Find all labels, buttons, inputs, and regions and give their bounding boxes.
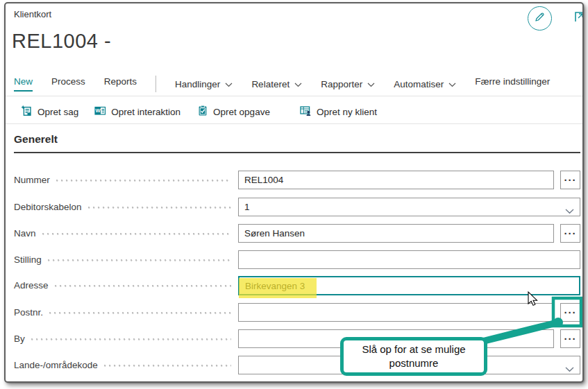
postnr-lookup-button[interactable]: ··· (560, 303, 580, 322)
tab-reports[interactable]: Reports (104, 76, 137, 92)
field-label: By (14, 334, 25, 344)
chevron-down-icon (294, 79, 302, 89)
chevron-down-icon (367, 79, 375, 89)
dotted-leader (42, 227, 231, 239)
chevron-down-icon (448, 79, 456, 89)
menu-rapporter[interactable]: Rapporter (321, 79, 375, 89)
menu-separator (156, 76, 156, 92)
menu-bar: New Process Reports Handlinger Relateret… (14, 74, 550, 94)
divider (6, 123, 582, 124)
field-label: Debitorskabelon (14, 202, 82, 212)
window-frame: Klientkort REL1004 - New Process Reports… (4, 2, 584, 383)
section-title-generelt: Generelt (14, 133, 58, 146)
chevron-down-icon (225, 79, 233, 89)
dotted-leader (56, 174, 231, 186)
task-checkmark-icon (197, 105, 208, 119)
dotted-leader (55, 279, 231, 291)
page-title: REL1004 - (12, 30, 111, 53)
menu-handlinger-label: Handlinger (175, 79, 220, 89)
new-client-icon (299, 105, 312, 119)
page-caption: Klientkort (14, 9, 51, 19)
opret-opgave-button[interactable]: Opret opgave (197, 105, 270, 119)
opret-interaktion-label: Opret interaktion (111, 107, 180, 117)
menu-automatiser[interactable]: Automatiser (394, 79, 456, 89)
action-bar: Opret sag W Opret interaktion (21, 101, 377, 122)
nummer-input[interactable] (238, 171, 554, 189)
word-interaction-icon: W (94, 105, 106, 119)
fewer-settings-button[interactable]: Færre indstillinger (475, 76, 550, 92)
field-label: Adresse (14, 280, 49, 291)
opret-sag-label: Opret sag (37, 107, 78, 117)
stilling-input[interactable] (238, 250, 580, 269)
field-row-navn: Navn ··· (14, 224, 580, 243)
debitorskabelon-input[interactable] (238, 198, 580, 216)
tooltip-callout: Slå op for at se mulige postnumre (340, 337, 487, 376)
share-window-icon[interactable] (575, 11, 584, 25)
callout-line2: postnumre (389, 356, 439, 370)
navn-lookup-button[interactable]: ··· (560, 224, 580, 243)
pencil-icon (534, 11, 546, 26)
dotted-leader (88, 201, 231, 213)
field-row-by: By ··· (14, 329, 580, 348)
svg-text:W: W (96, 107, 101, 114)
field-label: Navn (14, 228, 36, 239)
field-row-adresse: Adresse (14, 276, 580, 295)
field-label: Postnr. (14, 307, 43, 318)
opret-ny-klient-label: Opret ny klient (317, 107, 377, 117)
menu-automatiser-label: Automatiser (394, 79, 444, 89)
menu-rapporter-label: Rapporter (321, 79, 362, 89)
field-row-landekode: Lande-/områdekode (14, 356, 580, 374)
dotted-leader (31, 333, 231, 345)
opret-opgave-label: Opret opgave (213, 107, 270, 117)
field-row-stilling: Stilling (14, 250, 580, 269)
new-case-icon (21, 105, 33, 119)
dotted-leader (49, 306, 231, 318)
by-lookup-button[interactable]: ··· (560, 329, 580, 348)
nummer-lookup-button[interactable]: ··· (560, 171, 580, 189)
tab-new[interactable]: New (14, 76, 33, 92)
section-rule (14, 152, 580, 153)
dotted-leader (104, 359, 231, 371)
callout-line1: Slå op for at se mulige (362, 343, 465, 356)
postnr-input[interactable] (238, 303, 554, 322)
field-label: Lande-/områdekode (14, 360, 98, 370)
adresse-input[interactable] (238, 276, 580, 295)
edit-button[interactable] (528, 6, 552, 31)
opret-ny-klient-button[interactable]: Opret ny klient (299, 105, 377, 119)
opret-interaktion-button[interactable]: W Opret interaktion (94, 105, 180, 119)
divider (6, 96, 582, 96)
field-row-postnr: Postnr. ··· (14, 303, 580, 322)
menu-relateret[interactable]: Relateret (251, 79, 302, 89)
dotted-leader (48, 254, 231, 266)
menu-relateret-label: Relateret (251, 79, 289, 89)
field-row-nummer: Nummer ··· (14, 171, 580, 189)
annotation-overlay (6, 3, 582, 381)
opret-sag-button[interactable]: Opret sag (21, 105, 78, 119)
field-label: Nummer (14, 175, 50, 185)
field-row-debitorskabelon: Debitorskabelon (14, 198, 580, 216)
field-label: Stilling (14, 254, 42, 265)
navn-input[interactable] (238, 224, 554, 243)
menu-handlinger[interactable]: Handlinger (175, 79, 233, 89)
tab-process[interactable]: Process (51, 76, 85, 92)
